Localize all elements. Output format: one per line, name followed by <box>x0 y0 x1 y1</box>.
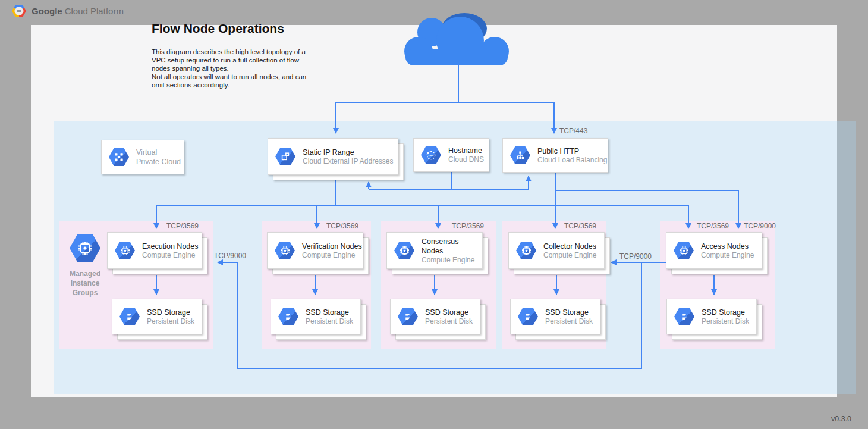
ssd-subtitle: Persistent Disk <box>147 317 194 326</box>
port-label-tcp3569: TCP/3569 <box>452 222 484 230</box>
verification-nodes-card: Verification Nodes Compute Engine <box>267 232 363 269</box>
description: This diagram describes the high level to… <box>152 48 324 89</box>
consensus-nodes-card: Consensus Nodes Compute Engine <box>386 232 483 269</box>
description-line: VPC setup required to run a full collect… <box>152 56 324 64</box>
header-brand: GoogleCloud Platform <box>12 5 124 17</box>
ssd-title: SSD Storage <box>425 308 473 317</box>
mig-line: Instance <box>59 278 111 288</box>
brand-cloud-platform: Cloud Platform <box>65 6 124 16</box>
vpc-icon <box>109 148 129 166</box>
port-label-tcp3569: TCP/3569 <box>326 222 358 230</box>
node-subtitle: Compute Engine <box>422 256 482 265</box>
execution-ssd-card: SSD Storage Persistent Disk <box>112 299 202 334</box>
node-subtitle: Compute Engine <box>142 251 199 260</box>
static-ip-subtitle: Cloud External IP Addresses <box>303 157 394 166</box>
ssd-subtitle: Persistent Disk <box>425 317 473 326</box>
static-ip-title: Static IP Range <box>303 148 394 157</box>
ssd-title: SSD Storage <box>545 308 593 317</box>
hostname-card: DNS Hostname Cloud DNS <box>413 138 489 172</box>
svg-text:DNS: DNS <box>429 154 434 156</box>
compute-engine-icon <box>275 242 295 259</box>
node-title: Execution Nodes <box>142 242 199 251</box>
port-label-tcp3569: TCP/3569 <box>697 222 729 230</box>
port-label-tcp9000: TCP/9000 <box>744 222 776 230</box>
ssd-subtitle: Persistent Disk <box>702 317 749 326</box>
ssd-subtitle: Persistent Disk <box>306 317 353 326</box>
persistent-disk-icon <box>398 308 418 325</box>
description-line: This diagram describes the high level to… <box>152 48 324 56</box>
compute-engine-icon <box>674 242 694 259</box>
vpc-label-card: Virtual Private Cloud <box>101 140 184 174</box>
brand-google: Google <box>32 6 62 16</box>
port-label-tcp9000: TCP/9000 <box>214 252 246 260</box>
node-title: Verification Nodes <box>302 242 362 251</box>
persistent-disk-icon <box>674 308 694 325</box>
cloud-dns-icon: DNS <box>421 146 441 164</box>
mig-line: Managed <box>59 269 111 278</box>
version-label: v0.3.0 <box>831 415 851 423</box>
port-label-tcp3569: TCP/3569 <box>564 222 596 230</box>
node-subtitle: Compute Engine <box>543 251 596 260</box>
node-title: Collector Nodes <box>543 242 596 251</box>
persistent-disk-icon <box>278 308 298 325</box>
ssd-title: SSD Storage <box>702 308 749 317</box>
external-ip-icon <box>275 148 295 165</box>
node-subtitle: Compute Engine <box>701 251 754 260</box>
public-http-card: Public HTTP Cloud Load Balancing <box>502 138 608 173</box>
description-line: nodes spanning all types. <box>152 64 324 73</box>
collector-ssd-card: SSD Storage Persistent Disk <box>510 299 600 334</box>
collector-nodes-card: Collector Nodes Compute Engine <box>508 232 605 269</box>
ssd-subtitle: Persistent Disk <box>545 317 593 326</box>
description-line: Not all operators will want to run all n… <box>152 73 324 81</box>
diagram-stage: GoogleCloud Platform Flow Node Operation… <box>0 0 868 429</box>
execution-nodes-card: Execution Nodes Compute Engine <box>107 232 202 269</box>
mig-line: Groups <box>59 288 111 298</box>
managed-instance-groups-label: Managed Instance Groups <box>59 269 111 298</box>
port-label-tcp9000: TCP/9000 <box>619 252 652 261</box>
ssd-title: SSD Storage <box>306 308 353 317</box>
node-title: Consensus Nodes <box>422 237 482 256</box>
compute-engine-icon <box>516 242 536 259</box>
verification-ssd-card: SSD Storage Persistent Disk <box>271 299 361 334</box>
node-subtitle: Compute Engine <box>302 251 362 260</box>
persistent-disk-icon <box>518 308 538 325</box>
port-label-tcp3569: TCP/3569 <box>166 222 199 230</box>
brand-text: GoogleCloud Platform <box>32 6 124 16</box>
ssd-title: SSD Storage <box>147 308 194 317</box>
consensus-ssd-card: SSD Storage Persistent Disk <box>390 299 480 334</box>
compute-engine-icon <box>394 242 414 259</box>
access-nodes-card: Access Nodes Compute Engine <box>666 232 762 269</box>
persistent-disk-icon <box>119 308 140 325</box>
hostname-title: Hostname <box>448 146 484 155</box>
vpc-label-line2: Private Cloud <box>136 157 181 167</box>
hostname-subtitle: Cloud DNS <box>448 155 484 164</box>
google-cloud-logo-icon <box>12 5 26 17</box>
static-ip-card: Static IP Range Cloud External IP Addres… <box>268 138 398 175</box>
access-ssd-card: SSD Storage Persistent Disk <box>666 299 757 334</box>
description-line: omit sections accordingly. <box>152 81 324 89</box>
compute-engine-icon <box>115 242 135 259</box>
node-title: Access Nodes <box>701 242 754 251</box>
load-balancer-icon <box>510 146 530 164</box>
page-title: Flow Node Operations <box>152 21 284 36</box>
vpc-label-line1: Virtual <box>136 148 181 157</box>
port-label-tcp443: TCP/443 <box>559 127 587 135</box>
internet-cloud-icon <box>402 10 515 67</box>
public-http-title: Public HTTP <box>537 146 607 156</box>
public-http-subtitle: Cloud Load Balancing <box>537 156 607 165</box>
